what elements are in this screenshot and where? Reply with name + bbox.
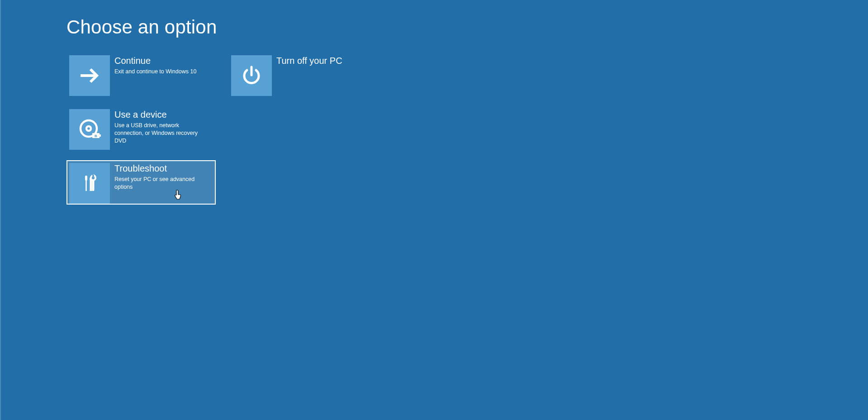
svg-rect-10 <box>92 180 95 191</box>
options-grid: Continue Exit and continue to Windows 10 <box>66 52 868 205</box>
tile-text: Use a device Use a USB drive, network co… <box>110 109 213 145</box>
tile-title: Troubleshoot <box>114 163 209 174</box>
svg-rect-7 <box>85 180 87 191</box>
svg-rect-13 <box>92 175 94 178</box>
troubleshoot-button[interactable]: Troubleshoot Reset your PC or see advanc… <box>66 160 216 205</box>
tile-text: Troubleshoot Reset your PC or see advanc… <box>110 163 213 191</box>
svg-point-2 <box>86 126 91 131</box>
tile-desc: Exit and continue to Windows 10 <box>114 68 196 76</box>
svg-rect-4 <box>99 134 101 137</box>
tile-text: Continue Exit and continue to Windows 10 <box>110 55 201 76</box>
tile-desc: Reset your PC or see advanced options <box>114 176 209 191</box>
column-left: Continue Exit and continue to Windows 10 <box>66 52 216 205</box>
recovery-options-screen: Choose an option Continue Exit and conti… <box>1 0 868 205</box>
page-title: Choose an option <box>66 16 868 38</box>
column-right: Turn off your PC <box>228 52 378 205</box>
svg-text:B: B <box>95 134 97 138</box>
disc-usb-icon: B <box>69 109 110 150</box>
tile-title: Continue <box>114 55 196 67</box>
tile-title: Use a device <box>114 109 209 120</box>
use-device-button[interactable]: B Use a device Use a USB drive, network … <box>66 106 216 151</box>
tile-desc: Use a USB drive, network connection, or … <box>114 122 209 145</box>
turn-off-pc-button[interactable]: Turn off your PC <box>228 52 378 97</box>
tile-title: Turn off your PC <box>276 55 342 67</box>
continue-button[interactable]: Continue Exit and continue to Windows 10 <box>66 52 216 97</box>
tools-icon <box>69 163 110 204</box>
power-icon <box>231 55 272 96</box>
tile-text: Turn off your PC <box>272 55 347 68</box>
arrow-right-icon <box>69 55 110 96</box>
